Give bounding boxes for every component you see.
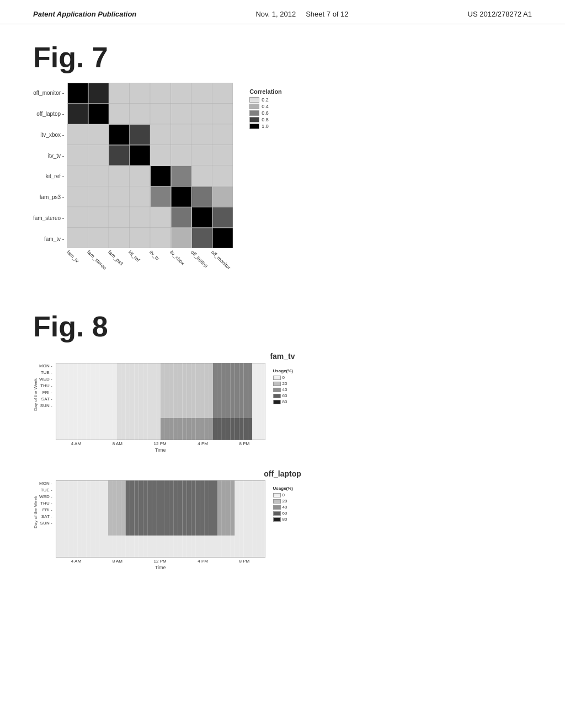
fig7-xlabel: kit_ref — [127, 249, 141, 263]
heatmap-ylabel: THU - — [39, 383, 52, 389]
heatmap-ylabel-col: Day of the WeekMON -TUE -WED -THU -FRI -… — [33, 480, 52, 560]
heatmap-legend-bar: 20 — [273, 381, 287, 386]
heatmap-legend-bar: 20 — [273, 499, 287, 504]
heatmap-legend-swatch — [273, 382, 281, 386]
legend-bar: 0.4 — [249, 104, 282, 109]
heatmap-xaxis-title: Time — [56, 565, 265, 570]
fig7-legend: Correlation 0.20.40.60.81.0 — [249, 83, 282, 288]
heatmap-legend-label: 80 — [282, 517, 287, 522]
heatmap-canvas — [56, 480, 265, 558]
legend-bar: 0.8 — [249, 117, 282, 122]
heatmap-chart-col: 4 AM8 AM12 PM4 PM8 PMTime — [56, 363, 265, 453]
fig7-ylabel: off_laptop - — [33, 111, 64, 117]
heatmap-legend-label: 40 — [282, 387, 287, 392]
heatmap-legend-swatch — [273, 400, 281, 404]
heatmap-xlabels: 4 AM8 AM12 PM4 PM8 PM — [56, 441, 265, 446]
page-header: Patent Application Publication Nov. 1, 2… — [0, 0, 565, 24]
heatmap-legend-swatch — [273, 505, 281, 510]
heatmap-xaxis-title: Time — [56, 447, 265, 453]
heatmap-xlabel: 4 AM — [71, 559, 81, 564]
fig7-chart-area: off_monitor -off_laptop -itv_xbox -itv_t… — [33, 83, 233, 288]
heatmap-chart-title: off_laptop — [33, 469, 532, 478]
heatmap-ylabel: SUN - — [39, 520, 52, 527]
heatmap-legend-bar: 80 — [273, 399, 287, 404]
header-date: Nov. 1, 2012 Sheet 7 of 12 — [255, 10, 348, 18]
header-right: US 2012/278272 A1 — [468, 10, 532, 18]
heatmap-xlabel: 4 AM — [71, 441, 81, 446]
heatmap-legend-bar: 60 — [273, 511, 287, 516]
heatmap-legend-bar: 0 — [273, 493, 285, 497]
legend-swatch — [249, 117, 259, 122]
sheet-info: Sheet 7 of 12 — [306, 10, 348, 18]
fig7-xlabel: itv_xbox — [169, 249, 185, 266]
heatmap-legend-bar: 80 — [273, 517, 287, 522]
heatmap-ylabel: SAT - — [39, 513, 52, 520]
legend-swatch — [249, 110, 259, 116]
heatmap-xlabel: 4 PM — [198, 441, 208, 446]
heatmap-block: fam_tvDay of the WeekMON -TUE -WED -THU … — [33, 352, 532, 453]
fig7-ylabel: kit_ref - — [33, 173, 64, 179]
heatmap-legend-bar: 60 — [273, 393, 287, 398]
heatmap-xlabel: 4 PM — [198, 559, 208, 564]
fig7-ylabel: fam_stereo - — [33, 215, 64, 221]
heatmap-legend-label: 60 — [282, 511, 287, 516]
heatmap-inner: Day of the WeekMON -TUE -WED -THU -FRI -… — [33, 363, 532, 453]
fig7-container: off_monitor -off_laptop -itv_xbox -itv_t… — [33, 83, 532, 288]
legend-bar: 0.2 — [249, 97, 282, 103]
fig7-xlabel: off_monitor — [210, 249, 232, 271]
main-content: Fig. 7 off_monitor -off_laptop -itv_xbox… — [0, 24, 565, 603]
fig7-xlabel: fam_tv — [66, 249, 80, 264]
heatmap-xlabel: 8 AM — [113, 559, 122, 564]
heatmap-legend-bar: 40 — [273, 505, 287, 510]
heatmap-xlabel: 12 PM — [154, 559, 167, 564]
fig7-xlabel: off_laptop — [190, 249, 209, 269]
heatmap-legend-swatch — [273, 511, 281, 516]
legend-bar: 1.0 — [249, 124, 282, 129]
fig7-legend-title: Correlation — [249, 88, 282, 95]
heatmap-ylabel: WED - — [39, 376, 52, 383]
heatmap-legend-bar: 40 — [273, 387, 287, 392]
fig7-ylabels: off_monitor -off_laptop -itv_xbox -itv_t… — [33, 83, 67, 288]
heatmap-xlabel: 8 AM — [113, 441, 122, 446]
fig7-legend-items: 0.20.40.60.81.0 — [249, 97, 282, 129]
heatmap-yaxis-title: Day of the Week — [33, 496, 38, 528]
fig7-xlabel: fam_ps3 — [107, 249, 124, 266]
fig7-title: Fig. 7 — [33, 41, 532, 74]
heatmap-ylabels: MON -TUE -WED -THU -FRI -SAT -SUN - — [39, 480, 52, 543]
heatmap-chart-title: fam_tv — [33, 352, 532, 361]
heatmap-legend-label: 0 — [282, 493, 285, 497]
legend-label: 0.8 — [262, 117, 269, 122]
legend-label: 0.2 — [262, 97, 269, 103]
heatmap-legend-label: 20 — [282, 499, 287, 504]
header-left: Patent Application Publication — [33, 10, 136, 18]
heatmap-legend-swatch — [273, 499, 281, 504]
heatmap-legend-title: Usage(%) — [273, 486, 293, 491]
heatmap-legend-swatch — [273, 493, 281, 497]
heatmap-legend-label: 80 — [282, 399, 287, 404]
fig7-xlabel: itv_tv — [148, 249, 161, 261]
fig7-ylabel: itv_tv - — [33, 153, 64, 159]
fig7-xlabel: fam_stereo — [86, 249, 108, 271]
fig8-container: fam_tvDay of the WeekMON -TUE -WED -THU … — [33, 352, 532, 570]
fig7-matrix — [67, 83, 233, 248]
legend-bar: 0.6 — [249, 110, 282, 116]
legend-swatch — [249, 104, 259, 109]
heatmap-legend-label: 60 — [282, 393, 287, 398]
heatmap-yaxis-title: Day of the Week — [33, 378, 38, 411]
legend-label: 1.0 — [262, 124, 269, 129]
heatmap-legend-bar: 0 — [273, 375, 285, 380]
heatmap-ylabel: SUN - — [39, 403, 52, 409]
heatmap-legend-swatch — [273, 376, 281, 380]
heatmap-ylabel: FRI - — [39, 389, 52, 396]
heatmap-xlabel: 8 PM — [239, 441, 250, 446]
heatmap-xlabel: 8 PM — [239, 559, 250, 564]
heatmap-ylabel: WED - — [39, 494, 52, 500]
heatmap-legend-swatch — [273, 517, 281, 522]
heatmap-legend-label: 40 — [282, 505, 287, 510]
heatmap-block: off_laptopDay of the WeekMON -TUE -WED -… — [33, 469, 532, 570]
heatmap-ylabel-col: Day of the WeekMON -TUE -WED -THU -FRI -… — [33, 363, 52, 442]
heatmap-canvas — [56, 363, 265, 440]
heatmap-ylabel: MON - — [39, 363, 52, 370]
heatmap-xlabels: 4 AM8 AM12 PM4 PM8 PM — [56, 559, 265, 564]
fig7-xlabels: fam_tvfam_stereofam_ps3kit_refitv_tvitv_… — [67, 249, 233, 288]
